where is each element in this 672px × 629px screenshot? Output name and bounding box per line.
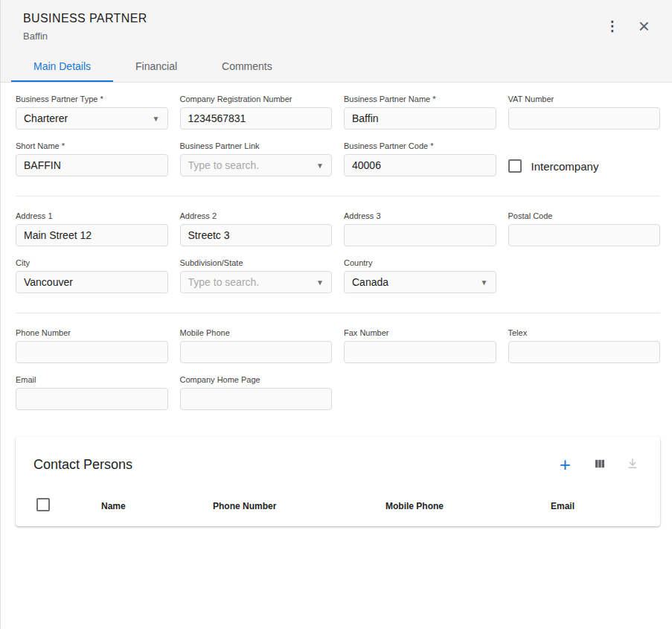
country-value: Canada <box>352 276 388 288</box>
address-2-label: Address 2 <box>180 211 333 220</box>
subdivision-state-placeholder: Type to search. <box>188 276 260 288</box>
dialog-header: BUSINESS PARTNER Baffin ⋮ × Main Details… <box>1 0 672 83</box>
field-company-home-page: Company Home Page <box>180 375 333 410</box>
business-partner-link-select[interactable]: Type to search. ▼ <box>180 154 333 176</box>
field-fax-number: Fax Number <box>344 328 496 363</box>
email-label: Email <box>16 375 168 384</box>
short-name-label: Short Name * <box>16 141 168 150</box>
postal-code-label: Postal Code <box>508 211 661 220</box>
field-telex: Telex <box>508 328 661 363</box>
page-title: BUSINESS PARTNER <box>23 12 147 25</box>
mobile-phone-label: Mobile Phone <box>180 328 333 337</box>
company-registration-number-input[interactable] <box>180 107 333 130</box>
field-city: City <box>16 258 168 293</box>
chevron-down-icon: ▼ <box>481 278 488 287</box>
field-company-registration-number: Company Registration Number <box>180 95 333 130</box>
close-icon[interactable]: × <box>633 15 656 37</box>
field-business-partner-link: Business Partner Link Type to search. ▼ <box>180 141 333 176</box>
mobile-phone-input[interactable] <box>180 341 333 363</box>
telex-label: Telex <box>508 328 661 337</box>
tab-bar: Main Details Financial Comments <box>1 51 672 82</box>
contact-persons-table-header: Name Phone Number Mobile Phone Email <box>16 498 660 514</box>
tab-comments[interactable]: Comments <box>199 51 295 82</box>
section-divider <box>16 313 660 313</box>
contact-persons-header: Contact Persons + <box>16 437 660 480</box>
section-divider <box>16 196 660 197</box>
address-3-input[interactable] <box>344 224 496 246</box>
page-subtitle: Baffin <box>23 31 147 42</box>
business-partner-link-label: Business Partner Link <box>180 141 333 150</box>
postal-code-input[interactable] <box>508 224 661 246</box>
address-2-input[interactable] <box>180 224 333 246</box>
company-registration-number-label: Company Registration Number <box>180 95 333 103</box>
contact-persons-title: Contact Persons <box>33 457 132 473</box>
field-address-2: Address 2 <box>180 211 333 246</box>
phone-number-input[interactable] <box>16 341 168 363</box>
field-email: Email <box>16 375 168 410</box>
chevron-down-icon: ▼ <box>316 278 324 287</box>
city-input[interactable] <box>16 271 168 293</box>
header-top: BUSINESS PARTNER Baffin ⋮ × <box>1 0 672 42</box>
chevron-down-icon: ▼ <box>316 162 324 170</box>
address-section: Address 1 Address 2 Address 3 Postal Cod… <box>1 199 672 301</box>
main-details-panel: Business Partner Type * Charterer ▼ Comp… <box>1 83 672 526</box>
column-header-mobile-phone: Mobile Phone <box>371 501 536 511</box>
contact-persons-actions: + <box>554 453 642 476</box>
field-postal-code: Postal Code <box>508 211 661 246</box>
empty-cell <box>508 375 661 410</box>
select-all-checkbox[interactable] <box>36 498 50 511</box>
intercompany-checkbox[interactable] <box>508 159 522 173</box>
column-header-name: Name <box>86 501 198 511</box>
tab-financial[interactable]: Financial <box>113 51 199 82</box>
field-phone-number: Phone Number <box>16 328 168 363</box>
field-short-name: Short Name * <box>16 141 168 176</box>
fax-number-input[interactable] <box>344 341 496 363</box>
business-partner-type-label: Business Partner Type * <box>16 95 168 103</box>
country-select[interactable]: Canada ▼ <box>344 271 496 293</box>
subdivision-state-label: Subdivision/State <box>180 258 333 267</box>
company-home-page-label: Company Home Page <box>180 375 333 384</box>
add-contact-person-icon[interactable]: + <box>554 453 577 476</box>
field-business-partner-code: Business Partner Code * <box>344 141 496 176</box>
address-1-label: Address 1 <box>16 211 168 220</box>
kebab-menu-icon[interactable]: ⋮ <box>600 18 625 34</box>
company-home-page-input[interactable] <box>180 388 333 410</box>
field-country: Country Canada ▼ <box>344 258 496 293</box>
field-business-partner-type: Business Partner Type * Charterer ▼ <box>16 95 168 130</box>
business-partner-link-placeholder: Type to search. <box>188 159 260 171</box>
field-mobile-phone: Mobile Phone <box>180 328 333 363</box>
business-partner-type-value: Charterer <box>24 112 68 124</box>
telex-input[interactable] <box>508 341 661 363</box>
vat-number-label: VAT Number <box>508 95 661 103</box>
intercompany-label: Intercompany <box>531 160 599 173</box>
vat-number-input[interactable] <box>508 107 661 130</box>
business-partner-code-label: Business Partner Code * <box>344 141 496 150</box>
contact-persons-card: Contact Persons + <box>16 437 660 526</box>
short-name-input[interactable] <box>16 154 168 176</box>
field-business-partner-name: Business Partner Name * <box>344 95 496 130</box>
field-subdivision-state: Subdivision/State Type to search. ▼ <box>180 258 333 293</box>
business-partner-name-input[interactable] <box>344 107 496 130</box>
business-partner-type-select[interactable]: Charterer ▼ <box>16 107 168 130</box>
select-all-cell <box>16 498 86 514</box>
chevron-down-icon: ▼ <box>153 115 160 123</box>
business-partner-name-label: Business Partner Name * <box>344 95 496 103</box>
basic-section: Business Partner Type * Charterer ▼ Comp… <box>1 83 672 184</box>
header-titles: BUSINESS PARTNER Baffin <box>23 12 147 42</box>
empty-cell <box>508 258 661 293</box>
empty-cell <box>344 375 496 410</box>
field-intercompany: Intercompany <box>508 159 661 173</box>
address-1-input[interactable] <box>16 224 168 246</box>
column-header-email: Email <box>536 501 660 511</box>
field-vat-number: VAT Number <box>508 95 661 130</box>
email-input[interactable] <box>16 388 168 410</box>
country-label: Country <box>344 258 496 267</box>
header-actions: ⋮ × <box>600 12 656 37</box>
business-partner-code-input[interactable] <box>344 154 496 176</box>
download-icon[interactable] <box>623 456 642 473</box>
tab-main-details[interactable]: Main Details <box>11 51 113 82</box>
phone-number-label: Phone Number <box>16 328 168 337</box>
subdivision-state-select[interactable]: Type to search. ▼ <box>180 271 333 293</box>
contact-section: Phone Number Mobile Phone Fax Number Tel… <box>1 316 672 418</box>
column-settings-icon[interactable] <box>590 456 609 473</box>
